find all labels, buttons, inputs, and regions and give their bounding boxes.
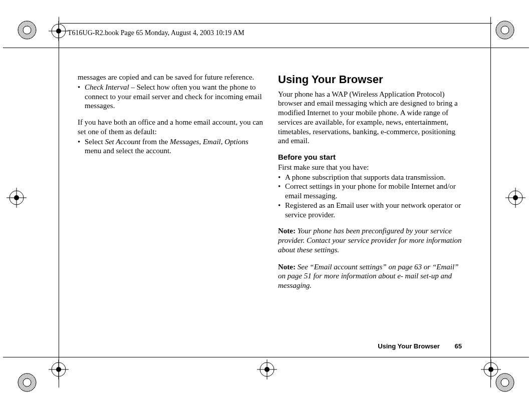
left-column: messages are copied and can be saved for… [78, 73, 263, 291]
body-text: menu and select the account. [85, 147, 171, 155]
section-heading: Using Your Browser [278, 73, 463, 87]
crosshair-icon [481, 359, 501, 379]
crosshair-icon [7, 188, 27, 208]
crosshair-icon [505, 188, 525, 208]
running-header: T616UG-R2.book Page 65 Monday, August 4,… [68, 29, 244, 37]
note: Note: Your phone has been preconfigured … [278, 226, 463, 254]
body-text: Correct settings in your phone for mobil… [285, 182, 463, 201]
right-column: Using Your Browser Your phone has a WAP … [278, 73, 463, 291]
subsection-heading: Before you start [278, 153, 463, 162]
term: Check Interval [85, 83, 129, 91]
body-text: , [199, 138, 203, 146]
body-text: from the [140, 138, 170, 146]
svg-point-5 [23, 378, 31, 386]
frame-line [3, 48, 529, 48]
continuation-text: messages are copied and can be saved for… [78, 73, 263, 82]
page-body: messages are copied and can be saved for… [78, 73, 463, 291]
list-item: • Check Interval – Select how often you … [78, 83, 263, 111]
note-label: Note: [278, 227, 296, 235]
list-item: • Registered as an Email user with your … [278, 201, 463, 220]
menu-path: Email [203, 138, 221, 146]
bullet-icon: • [278, 182, 285, 201]
frame-line [3, 357, 529, 357]
menu-path: Set Account [105, 138, 140, 146]
registration-mark-icon [17, 20, 38, 41]
bullet-icon: • [278, 201, 285, 220]
registration-mark-icon [494, 20, 515, 41]
bullet-icon: • [78, 83, 85, 111]
note-body: Your phone has been preconfigured by you… [278, 227, 462, 254]
page-footer: Using Your Browser 65 [378, 342, 462, 350]
bullet-icon: • [78, 137, 85, 156]
body-text: If you have both an office and a home em… [78, 118, 263, 137]
list-item: • A phone subscription that supports dat… [278, 173, 463, 182]
menu-path: Options [224, 138, 248, 146]
registration-mark-icon [17, 372, 38, 393]
body-text: Your phone has a WAP (Wireless Applicati… [278, 90, 463, 146]
page-number: 65 [455, 342, 462, 350]
svg-point-1 [23, 26, 31, 34]
body-text: A phone subscription that supports data … [285, 173, 463, 182]
note-label: Note: [278, 263, 296, 271]
note: Note: See “Email account settings” on pa… [278, 262, 463, 290]
frame-line [59, 17, 59, 387]
frame-line [490, 17, 491, 387]
body-text: Select [85, 138, 105, 146]
bullet-icon: • [278, 173, 285, 182]
note-body: See “Email account settings” on page 63 … [278, 263, 458, 290]
body-text: First make sure that you have: [278, 163, 463, 172]
header-rule [60, 23, 492, 24]
menu-path: Messages [170, 138, 199, 146]
svg-point-3 [501, 26, 509, 34]
body-text: Registered as an Email user with your ne… [285, 201, 463, 220]
crosshair-icon [257, 359, 277, 379]
svg-point-7 [501, 378, 509, 386]
list-item: • Select Set Account from the Messages, … [78, 137, 263, 156]
list-item: • Correct settings in your phone for mob… [278, 182, 463, 201]
footer-section: Using Your Browser [378, 342, 440, 350]
